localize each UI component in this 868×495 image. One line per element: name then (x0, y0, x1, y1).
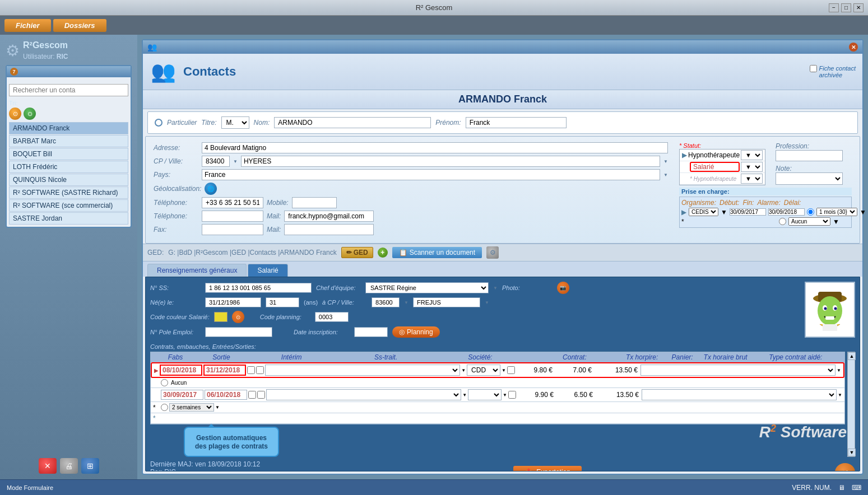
a-ville-input[interactable] (413, 297, 480, 307)
menu-fichier[interactable]: Fichier (4, 19, 51, 32)
contact-item[interactable]: SASTRE Jordan (9, 212, 128, 225)
row3-ss-cb[interactable] (257, 391, 265, 399)
contact-item[interactable]: R² SOFTWARE (sce commercial) (9, 199, 128, 212)
pays-dropdown-icon[interactable]: ▼ (663, 172, 668, 178)
particulier-radio[interactable] (155, 119, 163, 127)
row3-type-dd[interactable]: ▼ (838, 393, 842, 398)
row3-interim-cb[interactable] (248, 391, 256, 399)
row3-date-fin[interactable] (205, 390, 247, 400)
pole-emploi-input[interactable] (205, 327, 272, 337)
scroll-up[interactable]: ▲ (848, 352, 856, 360)
row3-societe-select[interactable] (266, 389, 461, 400)
tri-icon-green[interactable]: ⊙ (24, 108, 36, 120)
row1-date-fin[interactable] (203, 365, 246, 376)
ans-input[interactable] (266, 297, 299, 307)
prise-delai-select[interactable]: 1 mois (30} (816, 208, 857, 216)
row1-soc-dd[interactable]: ▼ (461, 368, 466, 373)
contact-item[interactable]: QUINQUIS Nicole (9, 174, 128, 186)
a-cp-input[interactable] (372, 297, 400, 307)
photo-button[interactable]: 📷 (557, 282, 569, 294)
row1-type-select[interactable] (640, 365, 835, 376)
prise-delai2-select[interactable]: Aucun (788, 217, 830, 226)
row1-contrat-dd[interactable]: ▼ (502, 368, 506, 373)
row1-societe-select[interactable] (265, 365, 460, 376)
statut-dropdown-2[interactable]: ▼ (741, 162, 763, 172)
row1-nav-icon[interactable]: ▶ (154, 367, 159, 373)
a-ville-dropdown-icon[interactable]: ▼ (485, 300, 489, 305)
ged-button[interactable]: ✏ GED (341, 247, 373, 258)
prise-delai2-dropdown[interactable]: ▼ (833, 218, 839, 226)
prise-alarme-radio[interactable] (807, 208, 814, 216)
profession-input[interactable] (776, 150, 843, 161)
statut-dropdown-1[interactable]: ▼ (741, 150, 763, 160)
menu-dossiers[interactable]: Dossiers (53, 19, 106, 32)
row1-interim-cb[interactable] (247, 366, 255, 374)
minimize-button[interactable]: − (829, 3, 839, 12)
exportation-button[interactable]: 📤 Exportation (513, 466, 582, 471)
row3-soc-dd[interactable]: ▼ (462, 393, 467, 398)
prise-delai-dropdown[interactable]: ▼ (860, 208, 866, 216)
chef-dropdown-arrow[interactable]: ▼ (493, 286, 498, 291)
sidebar-windows-button[interactable]: ⊞ (81, 458, 99, 474)
code-couleur-button[interactable]: ⊙ (232, 311, 244, 323)
exit-button[interactable]: ↩ (835, 463, 855, 471)
cp-input[interactable] (202, 156, 230, 167)
contact-item[interactable]: BOQUET Bill (9, 148, 128, 160)
maximize-button[interactable]: □ (841, 3, 851, 12)
sidebar-print-button[interactable]: 🖨 (60, 458, 78, 474)
date-inscription-input[interactable] (354, 327, 388, 337)
row3-type-select[interactable] (642, 389, 837, 400)
tab-renseignements[interactable]: Renseignements généraux (147, 264, 247, 277)
prise-fin-input[interactable] (768, 208, 805, 216)
telephone-input[interactable] (202, 197, 263, 208)
statut-dropdown-3[interactable]: ▼ (741, 174, 763, 184)
code-couleur-box[interactable] (214, 312, 228, 322)
row4-radio[interactable] (161, 404, 168, 411)
prise-organisme-select[interactable]: CEDIS (689, 208, 718, 216)
table-scrollbar[interactable]: ▲ ▼ (847, 352, 855, 457)
contact-item[interactable]: ARMANDO Franck (9, 122, 128, 134)
row4-semaines-dd[interactable]: ▼ (215, 405, 220, 410)
row1-date-debut[interactable] (160, 365, 202, 376)
fax-input[interactable] (202, 224, 263, 235)
planning-button[interactable]: ◎ Planning (392, 326, 440, 338)
ged-plus-button[interactable]: + (378, 248, 388, 258)
scanner-button[interactable]: 📋 Scanner un document (392, 247, 482, 258)
cp-dropdown-icon[interactable]: ▼ (233, 159, 238, 164)
prenom-input[interactable] (466, 117, 567, 128)
row1-ss-cb[interactable] (256, 366, 264, 374)
contact-item[interactable]: BARBAT Marc (9, 135, 128, 147)
window-close-icon[interactable]: ✕ (849, 43, 858, 52)
contact-item[interactable]: LOTH Frédéric (9, 161, 128, 173)
prise-nav-arrow[interactable]: ▶ (681, 208, 686, 216)
contact-item[interactable]: R² SOFTWARE (SASTRE Richard) (9, 186, 128, 199)
prise-debut-input[interactable] (730, 208, 766, 216)
prise-alarme-radio2[interactable] (779, 218, 786, 225)
adresse-input[interactable] (202, 142, 668, 153)
ville-input[interactable] (241, 156, 660, 167)
code-planning-input[interactable] (315, 312, 349, 322)
ss-input[interactable] (205, 283, 312, 293)
row2-radio[interactable] (161, 379, 168, 386)
tab-salarie[interactable]: Salarié (248, 264, 287, 277)
nee-input[interactable] (205, 297, 261, 307)
chef-select[interactable]: SASTRE Régine (365, 282, 489, 293)
a-cp-dropdown-icon[interactable]: ▼ (404, 300, 409, 305)
note-select[interactable] (776, 172, 843, 185)
row3-contrat-cb[interactable] (508, 391, 516, 399)
ville-dropdown-icon[interactable]: ▼ (663, 159, 668, 164)
archive-checkbox[interactable] (810, 65, 817, 72)
search-input[interactable] (9, 84, 128, 96)
titre-select[interactable]: M. (221, 116, 249, 129)
mail2-input[interactable] (284, 224, 374, 235)
scroll-down[interactable]: ▼ (848, 449, 856, 456)
nom-input[interactable] (274, 117, 431, 128)
row3-contrat-dd[interactable]: ▼ (503, 393, 507, 398)
row1-contrat-cb[interactable] (507, 366, 515, 374)
row3-date-debut[interactable] (161, 390, 203, 400)
row1-type-dd[interactable]: ▼ (837, 368, 841, 373)
row4-semaines-select[interactable]: 2 semaines (169, 403, 214, 412)
globe-button[interactable]: 🌐 (205, 183, 217, 195)
ged-gear-button[interactable]: ⚙ (486, 246, 499, 259)
mail-input[interactable] (284, 211, 374, 222)
